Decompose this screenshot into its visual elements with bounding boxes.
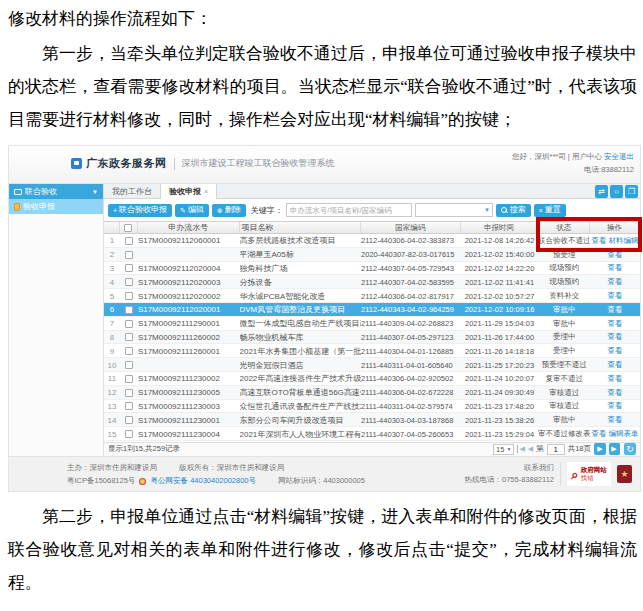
table-row[interactable]: 6S17M00092112020001DVM风管霉菌整治及更换项目2112-44…	[104, 303, 640, 317]
edit-button[interactable]: ✎ 编辑	[175, 204, 209, 217]
tab-close-icon[interactable]: ×	[204, 188, 208, 195]
row-checkbox[interactable]	[125, 264, 133, 272]
gov-emblem-icon: ★	[617, 465, 632, 483]
serial-cell: S17M00092111230001	[138, 413, 240, 427]
checkbox-cell	[120, 289, 138, 303]
delete-button[interactable]: ⊗ 删除	[212, 204, 246, 217]
tab-bar: 我的工作台 验收申报 × ⇄ ○ ❐	[104, 184, 640, 199]
table-row[interactable]: 12S17M00092111230005高速互联OTO背板单通道56G高速传输信…	[104, 386, 640, 400]
row-index: 8	[104, 331, 120, 345]
circle-icon[interactable]: ○	[610, 185, 623, 198]
table-row[interactable]: 2平湖星玉A05标2020-440307-82-03-0176152021-12…	[104, 248, 640, 262]
op-link[interactable]: 查看	[608, 360, 623, 370]
table-row[interactable]: 10光明金冠假日酒店2111-440311-04-01-6056402021-1…	[104, 358, 640, 372]
row-checkbox[interactable]	[125, 375, 133, 383]
op-link[interactable]: 查看	[608, 291, 623, 301]
sidebar-item-acceptance-declare[interactable]: 验收申报	[9, 199, 103, 214]
row-index: 3	[104, 262, 120, 276]
row-checkbox[interactable]	[125, 251, 133, 259]
op-link[interactable]: 查看	[608, 388, 623, 398]
apply-time-cell: 2021-11-24 10:20:07	[461, 372, 539, 386]
ops-cell: 查看	[590, 317, 640, 331]
last-page-icon[interactable]: ▶	[609, 443, 621, 455]
page-size-select[interactable]: 15 ▼	[493, 444, 514, 455]
row-checkbox[interactable]	[125, 402, 133, 410]
checkbox-cell	[120, 413, 138, 427]
serial-cell: S17M00092111230003	[138, 400, 240, 414]
ops-cell: 查看	[590, 358, 640, 372]
row-checkbox[interactable]	[125, 416, 133, 424]
op-link[interactable]: 查看	[608, 277, 623, 287]
select-all-checkbox[interactable]	[124, 224, 132, 232]
sidebar-group-joint-acceptance[interactable]: 联合验收 ▼	[9, 184, 103, 199]
app-screenshot: 广东政务服务网 深圳市建设工程竣工联合验收管理系统 您好，深圳***司 | 用户…	[8, 145, 641, 492]
op-link[interactable]: 查看	[608, 346, 623, 356]
row-checkbox[interactable]	[125, 278, 133, 286]
table-row[interactable]: 9S17M000921112600012021年水务集团小额基建（第一批）211…	[104, 344, 640, 358]
op-link[interactable]: 查看	[608, 415, 623, 425]
row-checkbox[interactable]	[125, 320, 133, 328]
gov-site-error-badge[interactable]: ⌕ 政府网站 找错	[567, 462, 611, 486]
contact-label: 联系我们	[465, 462, 555, 474]
checkbox-header	[120, 222, 138, 233]
search-button[interactable]: 搜索	[496, 204, 531, 217]
checkbox-cell	[120, 248, 138, 262]
tab-my-workbench[interactable]: 我的工作台	[104, 184, 160, 198]
next-page-icon[interactable]: ▶	[594, 443, 606, 455]
ops-cell: 查看	[590, 303, 640, 317]
prev-page-icon[interactable]: ◀	[528, 445, 533, 453]
table-row[interactable]: 15S17M000921112300042021年深圳市人人物业环境工程有限公司…	[104, 427, 640, 441]
serial-cell: S17M00092111230005	[138, 386, 240, 400]
op-link[interactable]: 查看	[608, 263, 623, 273]
row-checkbox[interactable]	[125, 347, 133, 355]
sync-icon[interactable]: ⇄	[595, 185, 608, 198]
op-link[interactable]: 查看	[592, 236, 607, 246]
op-link[interactable]: 查看	[608, 332, 623, 342]
page-number-input[interactable]	[547, 444, 565, 455]
status-cell: 现场预约	[538, 275, 590, 289]
filter-select[interactable]: ▼	[415, 203, 493, 217]
national-code-cell: 2111-440306-04-02-920502	[361, 372, 461, 386]
first-page-icon[interactable]: ◀	[517, 445, 524, 453]
table-row[interactable]: 3S17M00092112020004独角科技广场2112-440307-04-…	[104, 262, 640, 276]
op-link[interactable]: 查看	[592, 429, 607, 439]
reset-button[interactable]: × 重置	[534, 204, 566, 217]
op-link[interactable]: 查看	[608, 401, 623, 411]
table-row[interactable]: 13S17M00092111230003众恒世孔通讯设备配件生产产线技术改造提升…	[104, 400, 640, 414]
table-row[interactable]: 1S17M00092112060001高多层线路板技术改造项目2112-4403…	[104, 234, 640, 248]
checkbox-cell	[120, 275, 138, 289]
table-row[interactable]: 7S17M00092111290001微型一体成型电感自动生产线项目改造2111…	[104, 317, 640, 331]
fullscreen-icon[interactable]: ❐	[625, 185, 638, 198]
row-checkbox[interactable]	[125, 361, 133, 369]
national-code-cell: 2020-440307-82-03-017615	[361, 248, 461, 262]
table-row[interactable]: 14S17M00092111230001东部分公司车间升级改造项目2111-44…	[104, 413, 640, 427]
row-checkbox[interactable]	[125, 292, 133, 300]
national-code-cell: 2112-440343-04-02-964259	[361, 303, 461, 317]
row-checkbox[interactable]	[125, 389, 133, 397]
logout-link[interactable]: 安全退出	[604, 152, 634, 161]
refresh-icon[interactable]: ↻	[624, 443, 636, 455]
table-row[interactable]: 4S17M00092112020003分拣设备2112-440307-04-02…	[104, 275, 640, 289]
op-link[interactable]: 查看	[608, 374, 623, 384]
add-declare-button[interactable]: + 联合验收申报	[108, 204, 172, 217]
row-checkbox[interactable]	[125, 333, 133, 341]
serial-cell: S17M00092111260001	[138, 344, 240, 358]
tab-acceptance-declare[interactable]: 验收申报 ×	[160, 184, 217, 199]
row-checkbox[interactable]	[125, 306, 133, 314]
ops-cell: 查看	[590, 262, 640, 276]
table-row[interactable]: 5S17M00092112020002华永诚PCBA智能化改造2112-4403…	[104, 289, 640, 303]
table-row[interactable]: 11S17M000921112300022022年高速连接器件生产技术升级改造项…	[104, 372, 640, 386]
op-link[interactable]: 材料编辑	[609, 236, 639, 246]
op-link[interactable]: 查看	[608, 305, 623, 315]
op-link[interactable]: 查看	[608, 319, 623, 329]
row-checkbox[interactable]	[125, 237, 133, 245]
table-row[interactable]: 8S17M00092111260002畅乐物业机械车库2111-440307-0…	[104, 331, 640, 345]
serial-cell: S17M00092111260002	[138, 331, 240, 345]
apply-time-cell: 2021-11-23 15:38:26	[461, 413, 539, 427]
op-link[interactable]: 编辑表单	[609, 429, 639, 439]
row-checkbox[interactable]	[125, 430, 133, 438]
op-link[interactable]: 查看	[608, 250, 623, 260]
keyword-input[interactable]	[286, 203, 412, 217]
ops-cell: 查看	[590, 331, 640, 345]
footer-security-link[interactable]: 粤公网安备 44030402002800号	[151, 476, 256, 485]
